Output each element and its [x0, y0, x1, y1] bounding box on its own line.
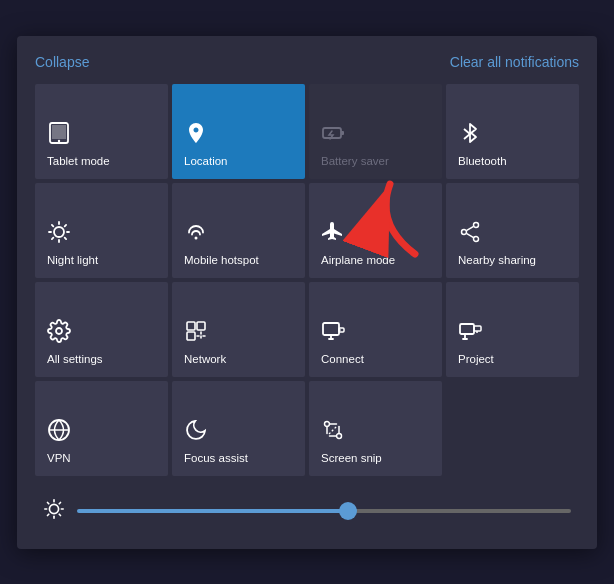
svg-line-20 [466, 226, 473, 230]
mobile-hotspot-icon [184, 220, 208, 248]
tile-screen-snip[interactable]: Screen snip [309, 381, 442, 476]
tile-bluetooth[interactable]: Bluetooth [446, 84, 579, 179]
collapse-button[interactable]: Collapse [35, 54, 89, 70]
tile-connect[interactable]: Connect [309, 282, 442, 377]
tile-night-light-label: Night light [47, 254, 98, 268]
svg-point-22 [56, 328, 62, 334]
brightness-icon [43, 498, 65, 525]
tile-bluetooth-label: Bluetooth [458, 155, 507, 169]
tile-focus-assist[interactable]: Focus assist [172, 381, 305, 476]
tile-tablet-mode-label: Tablet mode [47, 155, 110, 169]
svg-point-16 [195, 236, 198, 239]
svg-line-12 [52, 225, 53, 226]
svg-point-19 [474, 236, 479, 241]
battery-saver-icon [321, 121, 345, 149]
all-settings-icon [47, 319, 71, 347]
action-center-panel: Collapse Clear all notifications Tablet … [17, 36, 597, 549]
svg-line-51 [47, 514, 48, 515]
svg-line-13 [65, 237, 66, 238]
tile-network-label: Network [184, 353, 226, 367]
tile-airplane-mode[interactable]: Airplane mode [309, 183, 442, 278]
tile-battery-saver[interactable]: Battery saver [309, 84, 442, 179]
tiles-grid: Tablet mode Location Battery saver [35, 84, 579, 476]
location-icon [184, 121, 208, 149]
tile-nearby-sharing[interactable]: Nearby sharing [446, 183, 579, 278]
tile-airplane-mode-label: Airplane mode [321, 254, 395, 268]
network-icon [184, 319, 208, 347]
night-light-icon [47, 220, 71, 248]
svg-line-15 [65, 225, 66, 226]
bluetooth-icon [458, 121, 482, 149]
vpn-icon [47, 418, 71, 446]
nearby-sharing-icon [458, 220, 482, 248]
tile-mobile-hotspot[interactable]: Mobile hotspot [172, 183, 305, 278]
tile-project[interactable]: Project [446, 282, 579, 377]
svg-point-17 [474, 222, 479, 227]
tile-focus-assist-label: Focus assist [184, 452, 248, 466]
svg-line-14 [52, 237, 53, 238]
svg-rect-4 [341, 131, 344, 135]
tile-screen-snip-label: Screen snip [321, 452, 382, 466]
tile-vpn-label: VPN [47, 452, 71, 466]
svg-line-21 [466, 233, 473, 237]
tile-connect-label: Connect [321, 353, 364, 367]
svg-line-52 [59, 502, 60, 503]
svg-point-7 [54, 227, 64, 237]
svg-line-50 [59, 514, 60, 515]
project-icon [458, 319, 482, 347]
svg-line-42 [329, 426, 337, 434]
svg-line-49 [47, 502, 48, 503]
airplane-mode-icon [321, 220, 345, 248]
svg-point-18 [462, 229, 467, 234]
tile-battery-saver-label: Battery saver [321, 155, 389, 169]
tile-project-label: Project [458, 353, 494, 367]
top-bar: Collapse Clear all notifications [35, 54, 579, 70]
tablet-mode-icon [47, 121, 71, 149]
focus-assist-icon [184, 418, 208, 446]
svg-rect-31 [460, 324, 474, 334]
tile-nearby-sharing-label: Nearby sharing [458, 254, 536, 268]
tile-mobile-hotspot-label: Mobile hotspot [184, 254, 259, 268]
svg-rect-23 [187, 322, 195, 330]
svg-rect-25 [187, 332, 195, 340]
svg-rect-24 [197, 322, 205, 330]
tile-all-settings[interactable]: All settings [35, 282, 168, 377]
clear-notifications-button[interactable]: Clear all notifications [450, 54, 579, 70]
svg-rect-1 [52, 125, 66, 139]
svg-rect-34 [474, 326, 481, 331]
brightness-slider[interactable] [77, 509, 571, 513]
tile-location[interactable]: Location [172, 84, 305, 179]
svg-point-2 [58, 140, 60, 142]
tile-all-settings-label: All settings [47, 353, 103, 367]
connect-icon [321, 319, 345, 347]
svg-point-44 [49, 504, 58, 513]
tile-night-light[interactable]: Night light [35, 183, 168, 278]
brightness-row [35, 494, 579, 529]
tile-tablet-mode[interactable]: Tablet mode [35, 84, 168, 179]
tile-location-label: Location [184, 155, 227, 169]
screen-snip-icon [321, 418, 345, 446]
svg-rect-26 [323, 323, 339, 335]
tile-vpn[interactable]: VPN [35, 381, 168, 476]
tile-network[interactable]: Network [172, 282, 305, 377]
